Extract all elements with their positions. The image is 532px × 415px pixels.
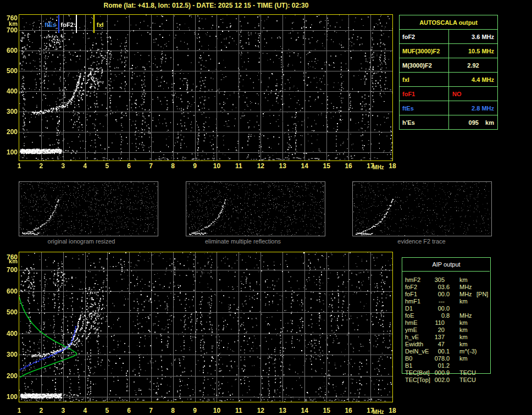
x-tick-label: 12 (253, 407, 268, 414)
aip-param-unit: km (459, 355, 468, 362)
aip-param-value: 01 (417, 362, 445, 369)
aip-param-value-frac: .0 (445, 305, 450, 312)
autoscala-param-label: foF1 (400, 87, 449, 101)
autoscala-param-label: MUF(3000)F2 (400, 44, 449, 58)
x-tick-label: 13 (275, 407, 290, 414)
aip-param-label: hmE (405, 319, 418, 327)
autoscala-param-value: 095 km (449, 115, 498, 130)
aip-param-unit: MHz (459, 284, 472, 291)
thumbnail-eliminate-reflections (186, 181, 325, 236)
aip-param-value-frac: .6 (445, 284, 450, 291)
aip-table-row: DelN_vE00.1m^(-3) (402, 348, 512, 355)
autoscala-param-label: h'Es (400, 115, 449, 130)
aip-param-value: 00 (417, 305, 445, 312)
y-tick-label: 200 (1, 373, 18, 380)
aip-table-row: ymE20km (402, 327, 512, 334)
thumbnail-canvas-1 (19, 182, 158, 236)
aip-table-row: D100.0 (402, 305, 512, 312)
autoscala-table-row: foF1NO (400, 87, 498, 101)
aip-param-unit: km (459, 298, 468, 305)
autoscala-param-value: 3.6 MHz (449, 30, 498, 44)
aip-param-value: 137 (417, 334, 445, 341)
aip-table-row: hmF2305km (402, 276, 512, 284)
x-tick-label: 6 (122, 407, 136, 414)
y-tick-label: 700 (1, 27, 18, 34)
y-tick-label: 500 (1, 309, 18, 316)
aip-param-label: B1 (405, 362, 412, 369)
x-tick-label: 12 (253, 162, 268, 170)
aip-param-label: B0 (405, 355, 412, 362)
x-tick-label: 4 (78, 407, 92, 414)
ionogram-canvas-top (19, 15, 392, 161)
aip-table-row: hmE110km (402, 319, 512, 327)
x-tick-label: 7 (144, 162, 158, 170)
thumbnail-caption-1: original ionogram resized (12, 238, 151, 245)
x-tick-label: 10 (209, 407, 224, 414)
x-tick-label: 14 (297, 162, 312, 170)
aip-param-value-frac: .9 (445, 369, 450, 377)
autoscala-table-row: ftEs2.8 MHz (400, 101, 498, 115)
y-tick-label: 400 (1, 330, 18, 337)
marker-label-ftes: ftEs (42, 21, 56, 28)
x-tick-label: 16 (341, 407, 356, 414)
aip-table-row: foE0.8MHz (402, 312, 512, 319)
autoscala-table-row: foF23.6 MHz (400, 30, 498, 44)
y-tick-label: 600 (1, 47, 18, 54)
aip-param-value: 078 (417, 355, 445, 362)
aip-param-unit: m^(-3) (459, 348, 476, 355)
x-tick-label: 15 (319, 407, 334, 414)
x-tick-label: 2 (34, 407, 48, 414)
aip-param-value: 20 (417, 327, 445, 334)
thumbnail-original-ionogram (19, 181, 158, 236)
thumbnail-canvas-3 (353, 182, 491, 236)
y-tick-label: 100 (1, 149, 18, 156)
x-tick-label: 6 (122, 162, 136, 170)
aip-param-value-frac: .1 (445, 348, 450, 355)
aip-param-unit: TECU (459, 377, 476, 384)
ionogram-plot-bottom (19, 252, 393, 402)
y-tick-label: 200 (1, 129, 18, 136)
x-tick-label: 5 (100, 407, 114, 414)
aip-param-label: ymE (405, 327, 417, 334)
aip-table-row: h_vE137km (402, 334, 512, 341)
aip-param-unit: MHz (459, 291, 472, 298)
aip-param-value: 000 (417, 369, 445, 377)
x-tick-label: 3 (56, 407, 70, 414)
aip-param-value-frac: .0 (445, 291, 450, 298)
aip-table-row: hmF1---km (402, 298, 512, 305)
autoscala-table-row: h'Es095 km (400, 115, 498, 130)
y-axis-unit: km (1, 20, 18, 27)
y-tick-label: 700 (1, 267, 18, 274)
aip-param-value: 0 (417, 312, 445, 319)
x-tick-label: 11 (231, 162, 246, 170)
aip-param-value: 00 (417, 291, 445, 298)
thumbnail-caption-3: evidence F2 trace (352, 238, 491, 245)
y-axis-unit: km (1, 258, 18, 264)
aip-param-label: D1 (405, 305, 413, 312)
x-tick-label: 16 (341, 162, 356, 170)
autoscala-param-value: 2.92 (449, 58, 498, 73)
autoscala-param-value: 4.4 MHz (449, 73, 498, 87)
aip-param-label: foE (405, 312, 414, 319)
aip-param-note: [PN] (476, 291, 488, 298)
autoscala-window: Rome (lat: +41.8, lon: 012.5) - DATE: 20… (0, 0, 532, 415)
autoscala-table-row: MUF(3000)F210.5 MHz (400, 44, 498, 58)
autoscala-param-label: fxI (400, 73, 449, 87)
y-tick-label: 100 (1, 394, 18, 401)
x-axis-unit: MHz (373, 409, 384, 415)
aip-param-unit: km (459, 341, 468, 348)
aip-param-unit: MHz (459, 312, 472, 319)
x-tick-label: 3 (56, 162, 70, 170)
aip-table-header: AIP output (402, 261, 491, 268)
x-tick-label: 8 (166, 162, 180, 170)
aip-table-row: foF100.0MHz[PN] (402, 291, 512, 298)
x-tick-label: 9 (188, 162, 202, 170)
aip-param-value: 305 (417, 276, 445, 284)
x-tick-label: 10 (209, 162, 224, 170)
aip-param-unit: km (459, 327, 468, 334)
thumbnail-evidence-f2 (352, 181, 492, 236)
aip-param-unit: km (459, 334, 468, 341)
aip-param-unit: km (459, 319, 468, 327)
aip-param-value: 00 (417, 348, 445, 355)
aip-param-value-frac: .0 (445, 377, 450, 384)
